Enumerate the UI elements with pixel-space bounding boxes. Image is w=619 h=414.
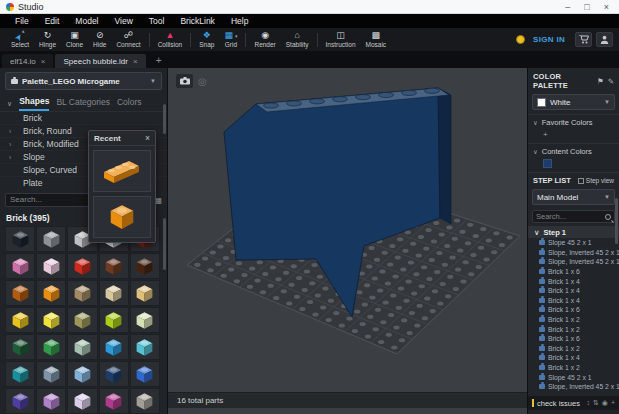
step-search-input[interactable]: Search... <box>532 210 615 223</box>
steps-scrollbar[interactable] <box>615 198 618 244</box>
brick-swatch[interactable] <box>99 334 129 360</box>
recent-part-brick-1x1[interactable] <box>93 196 151 238</box>
connect-tool-button[interactable]: ☍ Connect <box>111 31 145 48</box>
tab-close-icon[interactable]: × <box>41 57 46 66</box>
account-button[interactable] <box>596 32 613 47</box>
step-list-item[interactable]: Brick 1 x 2 <box>528 324 619 334</box>
add-favorite-color-button[interactable]: + <box>533 127 614 141</box>
menu-view[interactable]: View <box>108 16 140 26</box>
minimize-button[interactable]: – <box>565 2 570 12</box>
plus-icon[interactable]: + <box>611 399 615 407</box>
step-view-checkbox[interactable] <box>578 178 584 184</box>
paint-flag-icon[interactable]: ⚑ <box>597 77 604 86</box>
render-tool-button[interactable]: ◉ Render <box>249 31 280 48</box>
hide-tool-button[interactable]: ⊘ Hide <box>88 31 111 48</box>
hinge-tool-button[interactable]: ↻ Hinge <box>34 31 61 48</box>
step-list-item[interactable]: Slope, Inverted 45 2 x 1 <box>528 257 619 267</box>
brick-swatch[interactable] <box>36 307 66 333</box>
brick-swatch[interactable] <box>36 226 66 252</box>
brick-swatch[interactable] <box>99 280 129 306</box>
brick-swatch[interactable] <box>5 253 35 279</box>
brick-swatch[interactable] <box>67 253 97 279</box>
brick-swatch[interactable] <box>5 361 35 387</box>
brick-swatch[interactable] <box>36 280 66 306</box>
menu-help[interactable]: Help <box>224 16 255 26</box>
brick-swatch[interactable] <box>99 361 129 387</box>
content-color-swatch[interactable] <box>543 159 552 168</box>
tab-speech-bubble[interactable]: Speech bubble.ldr× <box>55 54 145 68</box>
tab-shapes[interactable]: Shapes <box>19 96 49 111</box>
close-icon[interactable]: × <box>145 133 150 143</box>
brick-swatch[interactable] <box>5 307 35 333</box>
brick-swatch[interactable] <box>67 361 97 387</box>
brick-swatch[interactable] <box>130 280 160 306</box>
menu-file[interactable]: File <box>8 16 36 26</box>
brick-swatch[interactable] <box>36 361 66 387</box>
color-dropdown[interactable]: White ▼ <box>532 94 615 110</box>
mosaic-tool-button[interactable]: ▩ Mosaic <box>361 31 392 48</box>
snap-tool-button[interactable]: ❖ Snap <box>194 31 219 48</box>
menu-tool[interactable]: Tool <box>142 16 172 26</box>
collision-tool-button[interactable]: ▲ Collision <box>153 31 188 48</box>
select-tool-button[interactable]: ➤▾ Select <box>6 31 34 48</box>
brick-swatch[interactable] <box>130 307 160 333</box>
sign-in-button[interactable]: SIGN IN <box>533 35 565 44</box>
brick-swatch[interactable] <box>36 388 66 414</box>
brick-swatch[interactable] <box>99 388 129 414</box>
check-issues-button[interactable]: check issues <box>537 399 580 408</box>
tab-close-icon[interactable]: × <box>133 57 138 66</box>
brick-swatch[interactable] <box>130 361 160 387</box>
close-button[interactable]: × <box>604 2 609 12</box>
brick-swatch[interactable] <box>130 334 160 360</box>
brick-swatch[interactable] <box>5 334 35 360</box>
step-list-item[interactable]: Slope, Inverted 45 2 x 1 <box>528 248 619 258</box>
menu-edit[interactable]: Edit <box>38 16 67 26</box>
step-group-header[interactable]: ∨ Step 1 <box>528 226 619 238</box>
tab-colors[interactable]: Colors <box>117 97 142 110</box>
maximize-button[interactable]: □ <box>584 2 589 12</box>
brick-swatch[interactable] <box>130 388 160 414</box>
tab-bl-categories[interactable]: BL Categories <box>56 97 110 110</box>
instruction-tool-button[interactable]: ◫ Instruction <box>321 31 361 48</box>
step-list-item[interactable]: Brick 1 x 6 <box>528 305 619 315</box>
menu-model[interactable]: Model <box>68 16 105 26</box>
edit-pencil-icon[interactable]: ✎ <box>608 77 614 86</box>
shapes-scrollbar[interactable] <box>163 104 166 134</box>
grid-scrollbar[interactable] <box>163 218 166 270</box>
brick-swatch[interactable] <box>67 388 97 414</box>
brick-swatch[interactable] <box>67 280 97 306</box>
brick-swatch[interactable] <box>5 388 35 414</box>
step-list-item[interactable]: Brick 1 x 2 <box>528 344 619 354</box>
stability-tool-button[interactable]: ⌂ Stability <box>281 31 314 48</box>
step-list-item[interactable]: Brick 1 x 6 <box>528 267 619 277</box>
grid-tool-button[interactable]: ▦▾ Grid <box>219 31 242 48</box>
step-list-item[interactable]: Brick 1 x 2 <box>528 363 619 373</box>
step-list-item[interactable]: Slope 45 2 x 1 <box>528 238 619 248</box>
palette-dropdown[interactable]: Palette_LEGO Microgame ▼ <box>5 72 162 90</box>
brick-swatch[interactable] <box>5 226 35 252</box>
brick-swatch[interactable] <box>36 253 66 279</box>
menu-bricklink[interactable]: BrickLink <box>173 16 221 26</box>
step-list-item[interactable]: Brick 1 x 4 <box>528 276 619 286</box>
brick-swatch[interactable] <box>67 334 97 360</box>
shape-category-item[interactable]: Brick <box>0 112 167 125</box>
brick-swatch[interactable] <box>36 334 66 360</box>
orbit-icon[interactable]: ◎ <box>198 76 207 87</box>
brick-swatch[interactable] <box>99 307 129 333</box>
collapse-chevron-icon[interactable]: ∨ <box>7 100 12 108</box>
brick-swatch[interactable] <box>130 253 160 279</box>
3d-scene[interactable] <box>168 68 527 414</box>
brick-swatch[interactable] <box>67 307 97 333</box>
new-tab-button[interactable]: + <box>148 55 170 68</box>
tab-elf14[interactable]: elf14.io× <box>2 54 53 68</box>
expand-icon[interactable]: ↕ <box>586 399 590 407</box>
3d-viewport[interactable]: ◎ 16 total parts <box>168 68 527 414</box>
favorite-colors-section[interactable]: ∨ Favorite Colors <box>533 118 614 127</box>
step-list-item[interactable]: Brick 1 x 4 <box>528 286 619 296</box>
step-list-item[interactable]: Brick 1 x 6 <box>528 334 619 344</box>
model-dropdown[interactable]: Main Model ▼ <box>532 189 615 205</box>
brick-swatch[interactable] <box>99 253 129 279</box>
content-colors-section[interactable]: ∨ Content Colors <box>533 147 614 156</box>
step-list-item[interactable]: Brick 1 x 2 <box>528 315 619 325</box>
step-list-item[interactable]: Slope, Inverted 45 2 x 1 <box>528 382 619 392</box>
